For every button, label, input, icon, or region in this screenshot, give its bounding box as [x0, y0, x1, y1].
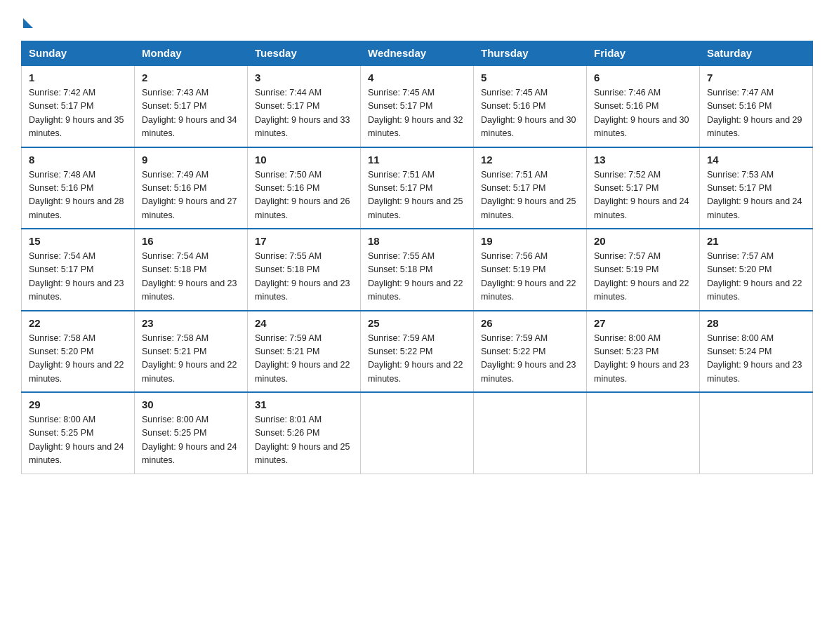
calendar-cell: 30 Sunrise: 8:00 AM Sunset: 5:25 PM Dayl… [135, 392, 248, 474]
weekday-header-sunday: Sunday [22, 41, 135, 66]
calendar-cell: 5 Sunrise: 7:45 AM Sunset: 5:16 PM Dayli… [474, 65, 587, 147]
day-info: Sunrise: 7:48 AM Sunset: 5:16 PM Dayligh… [29, 168, 127, 223]
day-number: 14 [707, 154, 805, 166]
calendar-cell: 11 Sunrise: 7:51 AM Sunset: 5:17 PM Dayl… [361, 147, 474, 229]
calendar-cell [587, 392, 700, 474]
calendar-cell: 10 Sunrise: 7:50 AM Sunset: 5:16 PM Dayl… [248, 147, 361, 229]
day-number: 3 [255, 72, 353, 83]
day-number: 30 [142, 398, 240, 410]
day-info: Sunrise: 7:55 AM Sunset: 5:18 PM Dayligh… [255, 250, 353, 304]
day-info: Sunrise: 8:00 AM Sunset: 5:25 PM Dayligh… [142, 413, 240, 468]
weekday-header-wednesday: Wednesday [361, 41, 474, 66]
day-number: 31 [255, 398, 353, 410]
calendar-cell: 2 Sunrise: 7:43 AM Sunset: 5:17 PM Dayli… [135, 65, 248, 147]
day-number: 5 [481, 72, 579, 83]
calendar-cell: 17 Sunrise: 7:55 AM Sunset: 5:18 PM Dayl… [248, 229, 361, 311]
calendar-cell: 24 Sunrise: 7:59 AM Sunset: 5:21 PM Dayl… [248, 311, 361, 393]
day-number: 17 [255, 235, 353, 247]
day-number: 16 [142, 235, 240, 247]
day-info: Sunrise: 7:56 AM Sunset: 5:19 PM Dayligh… [481, 250, 579, 304]
day-number: 23 [142, 317, 240, 329]
day-info: Sunrise: 7:57 AM Sunset: 5:20 PM Dayligh… [707, 250, 805, 304]
day-number: 25 [368, 317, 466, 329]
calendar-cell: 19 Sunrise: 7:56 AM Sunset: 5:19 PM Dayl… [474, 229, 587, 311]
day-number: 11 [368, 154, 466, 166]
day-info: Sunrise: 7:52 AM Sunset: 5:17 PM Dayligh… [594, 168, 692, 223]
calendar-week-4: 22 Sunrise: 7:58 AM Sunset: 5:20 PM Dayl… [22, 311, 813, 393]
day-number: 2 [142, 72, 240, 83]
calendar-table: SundayMondayTuesdayWednesdayThursdayFrid… [21, 41, 813, 474]
day-info: Sunrise: 7:59 AM Sunset: 5:22 PM Dayligh… [368, 332, 466, 387]
calendar-cell: 23 Sunrise: 7:58 AM Sunset: 5:21 PM Dayl… [135, 311, 248, 393]
calendar-week-2: 8 Sunrise: 7:48 AM Sunset: 5:16 PM Dayli… [22, 147, 813, 229]
calendar-cell: 27 Sunrise: 8:00 AM Sunset: 5:23 PM Dayl… [587, 311, 700, 393]
day-info: Sunrise: 7:58 AM Sunset: 5:20 PM Dayligh… [29, 332, 127, 387]
day-info: Sunrise: 8:00 AM Sunset: 5:23 PM Dayligh… [594, 332, 692, 387]
day-info: Sunrise: 7:42 AM Sunset: 5:17 PM Dayligh… [29, 86, 127, 141]
day-info: Sunrise: 7:59 AM Sunset: 5:22 PM Dayligh… [481, 332, 579, 387]
calendar-cell: 20 Sunrise: 7:57 AM Sunset: 5:19 PM Dayl… [587, 229, 700, 311]
day-number: 13 [594, 154, 692, 166]
day-info: Sunrise: 7:45 AM Sunset: 5:16 PM Dayligh… [481, 86, 579, 141]
day-info: Sunrise: 7:47 AM Sunset: 5:16 PM Dayligh… [707, 86, 805, 141]
day-info: Sunrise: 7:55 AM Sunset: 5:18 PM Dayligh… [368, 250, 466, 304]
day-number: 22 [29, 317, 127, 329]
calendar-week-5: 29 Sunrise: 8:00 AM Sunset: 5:25 PM Dayl… [22, 392, 813, 474]
calendar-body: 1 Sunrise: 7:42 AM Sunset: 5:17 PM Dayli… [22, 65, 813, 474]
weekday-header-friday: Friday [587, 41, 700, 66]
calendar-cell: 1 Sunrise: 7:42 AM Sunset: 5:17 PM Dayli… [22, 65, 135, 147]
calendar-cell: 8 Sunrise: 7:48 AM Sunset: 5:16 PM Dayli… [22, 147, 135, 229]
day-info: Sunrise: 7:49 AM Sunset: 5:16 PM Dayligh… [142, 168, 240, 223]
weekday-header-tuesday: Tuesday [248, 41, 361, 66]
day-info: Sunrise: 8:00 AM Sunset: 5:24 PM Dayligh… [707, 332, 805, 387]
day-number: 12 [481, 154, 579, 166]
day-info: Sunrise: 7:50 AM Sunset: 5:16 PM Dayligh… [255, 168, 353, 223]
day-info: Sunrise: 7:54 AM Sunset: 5:18 PM Dayligh… [142, 250, 240, 304]
day-info: Sunrise: 7:57 AM Sunset: 5:19 PM Dayligh… [594, 250, 692, 304]
calendar-cell: 31 Sunrise: 8:01 AM Sunset: 5:26 PM Dayl… [248, 392, 361, 474]
calendar-cell: 7 Sunrise: 7:47 AM Sunset: 5:16 PM Dayli… [700, 65, 813, 147]
day-info: Sunrise: 7:54 AM Sunset: 5:17 PM Dayligh… [29, 250, 127, 304]
calendar-cell: 14 Sunrise: 7:53 AM Sunset: 5:17 PM Dayl… [700, 147, 813, 229]
day-number: 24 [255, 317, 353, 329]
day-number: 10 [255, 154, 353, 166]
calendar-cell [700, 392, 813, 474]
calendar-cell: 12 Sunrise: 7:51 AM Sunset: 5:17 PM Dayl… [474, 147, 587, 229]
calendar-cell: 26 Sunrise: 7:59 AM Sunset: 5:22 PM Dayl… [474, 311, 587, 393]
calendar-cell: 18 Sunrise: 7:55 AM Sunset: 5:18 PM Dayl… [361, 229, 474, 311]
page-header [21, 14, 813, 28]
day-number: 28 [707, 317, 805, 329]
weekday-header-saturday: Saturday [700, 41, 813, 66]
weekday-header-thursday: Thursday [474, 41, 587, 66]
day-number: 1 [29, 72, 127, 83]
day-info: Sunrise: 7:59 AM Sunset: 5:21 PM Dayligh… [255, 332, 353, 387]
day-number: 9 [142, 154, 240, 166]
day-number: 6 [594, 72, 692, 83]
day-info: Sunrise: 7:58 AM Sunset: 5:21 PM Dayligh… [142, 332, 240, 387]
day-number: 21 [707, 235, 805, 247]
day-number: 19 [481, 235, 579, 247]
calendar-header: SundayMondayTuesdayWednesdayThursdayFrid… [22, 41, 813, 66]
day-info: Sunrise: 7:46 AM Sunset: 5:16 PM Dayligh… [594, 86, 692, 141]
calendar-cell: 15 Sunrise: 7:54 AM Sunset: 5:17 PM Dayl… [22, 229, 135, 311]
day-number: 27 [594, 317, 692, 329]
calendar-cell: 4 Sunrise: 7:45 AM Sunset: 5:17 PM Dayli… [361, 65, 474, 147]
day-number: 29 [29, 398, 127, 410]
day-info: Sunrise: 7:53 AM Sunset: 5:17 PM Dayligh… [707, 168, 805, 223]
logo-arrow-icon [23, 18, 33, 28]
calendar-cell: 6 Sunrise: 7:46 AM Sunset: 5:16 PM Dayli… [587, 65, 700, 147]
day-info: Sunrise: 8:00 AM Sunset: 5:25 PM Dayligh… [29, 413, 127, 468]
weekday-header-monday: Monday [135, 41, 248, 66]
calendar-cell: 22 Sunrise: 7:58 AM Sunset: 5:20 PM Dayl… [22, 311, 135, 393]
calendar-cell [361, 392, 474, 474]
day-number: 15 [29, 235, 127, 247]
day-number: 26 [481, 317, 579, 329]
day-info: Sunrise: 7:51 AM Sunset: 5:17 PM Dayligh… [368, 168, 466, 223]
day-number: 7 [707, 72, 805, 83]
calendar-cell: 21 Sunrise: 7:57 AM Sunset: 5:20 PM Dayl… [700, 229, 813, 311]
day-info: Sunrise: 7:44 AM Sunset: 5:17 PM Dayligh… [255, 86, 353, 141]
day-info: Sunrise: 8:01 AM Sunset: 5:26 PM Dayligh… [255, 413, 353, 468]
calendar-week-1: 1 Sunrise: 7:42 AM Sunset: 5:17 PM Dayli… [22, 65, 813, 147]
calendar-cell: 28 Sunrise: 8:00 AM Sunset: 5:24 PM Dayl… [700, 311, 813, 393]
calendar-cell: 13 Sunrise: 7:52 AM Sunset: 5:17 PM Dayl… [587, 147, 700, 229]
